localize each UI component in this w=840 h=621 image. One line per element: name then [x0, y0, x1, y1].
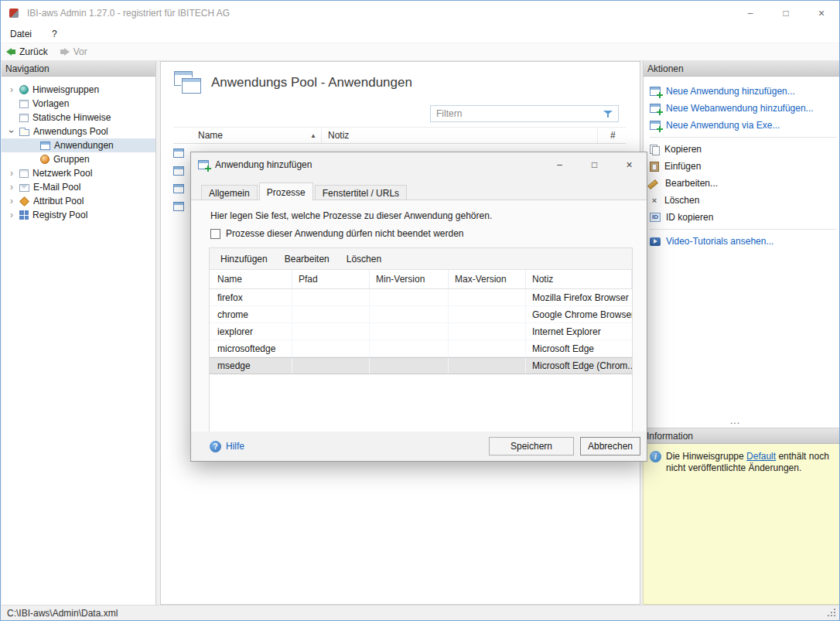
action-new-web-application[interactable]: Neue Webanwendung hinzufügen...	[644, 100, 839, 117]
dialog-close-button[interactable]: ×	[612, 152, 647, 176]
anwendungen-icon	[40, 142, 50, 150]
nav-item-gruppen[interactable]: Gruppen	[2, 152, 155, 166]
nav-item-attribut-pool[interactable]: › Attribut Pool	[2, 194, 155, 208]
action-label: Neue Anwendung hinzufügen...	[666, 86, 795, 97]
right-panel: Aktionen Neue Anwendung hinzufügen... Ne…	[643, 61, 840, 605]
action-einfuegen[interactable]: Einfügen	[644, 158, 839, 175]
app-window: IBI-aws Admin 1.27.0 - registriert für I…	[0, 0, 840, 621]
tab-fenstertitel-urls[interactable]: Fenstertitel / URLs	[315, 185, 407, 200]
chevron-down-icon[interactable]: ›	[8, 128, 15, 135]
add-process-button[interactable]: Hinzufügen	[213, 251, 275, 268]
chevron-right-icon[interactable]: ›	[8, 183, 15, 191]
column-header-name[interactable]: Name ▲	[198, 128, 322, 143]
actions-overflow[interactable]: ...	[730, 415, 740, 426]
filter-box	[430, 105, 619, 122]
chevron-right-icon[interactable]: ›	[8, 197, 15, 205]
process-column-min-version[interactable]: Min-Version	[370, 270, 449, 288]
page-title: Anwendungs Pool - Anwendungen	[211, 75, 412, 90]
nav-item-hinweisgruppen[interactable]: › Hinweisgruppen	[2, 83, 155, 97]
action-new-application-via-exe[interactable]: Neue Anwendung via Exe...	[644, 117, 839, 134]
action-video-tutorials[interactable]: Video-Tutorials ansehen...	[644, 233, 839, 250]
gruppen-icon	[40, 155, 50, 164]
dialog-maximize-button[interactable]: □	[577, 152, 612, 176]
action-new-application[interactable]: Neue Anwendung hinzufügen...	[644, 83, 839, 100]
nav-item-anwendungs-pool[interactable]: › Anwendungs Pool	[2, 125, 155, 138]
new-web-application-icon	[650, 104, 661, 113]
dialog-minimize-button[interactable]: –	[542, 152, 577, 176]
process-group: Hinzufügen Bearbeiten Löschen Name Pfad …	[209, 247, 633, 432]
actions-panel-header: Aktionen	[644, 61, 839, 77]
action-id-kopieren[interactable]: ID ID kopieren	[644, 209, 839, 226]
nav-item-vorlagen[interactable]: Vorlagen	[2, 97, 155, 111]
terminate-checkbox[interactable]	[210, 229, 220, 239]
chevron-right-icon[interactable]: ›	[8, 86, 15, 94]
tab-prozesse[interactable]: Prozesse	[259, 183, 313, 200]
process-row-msedge[interactable]: msedge Microsoft Edge (Chrom...	[210, 357, 632, 374]
terminate-checkbox-row[interactable]: Prozesse dieser Anwendung dürfen nicht b…	[209, 228, 633, 239]
process-row-microsoftedge[interactable]: microsoftedge Microsoft Edge	[210, 340, 632, 357]
action-loeschen[interactable]: × Löschen	[644, 192, 839, 209]
information-header-label: Information	[647, 431, 693, 442]
action-label: Bearbeiten...	[665, 178, 718, 189]
nav-item-label: Hinweisgruppen	[32, 84, 99, 95]
column-header-notiz[interactable]: Notiz	[322, 128, 598, 143]
edit-process-button[interactable]: Bearbeiten	[277, 251, 337, 268]
dialog-title-bar[interactable]: Anwendung hinzufügen – □ ×	[191, 152, 647, 176]
action-label: Löschen	[664, 195, 699, 206]
column-label: Name	[198, 130, 223, 141]
save-button[interactable]: Speichern	[489, 437, 574, 456]
minimize-button[interactable]: –	[732, 1, 768, 25]
filter-funnel-icon[interactable]	[603, 110, 613, 118]
application-row-icon[interactable]	[173, 202, 184, 211]
delete-process-button[interactable]: Löschen	[339, 251, 389, 268]
column-header-count[interactable]: #	[598, 128, 626, 143]
nav-item-email-pool[interactable]: › E-Mail Pool	[2, 180, 155, 194]
info-icon: i	[650, 451, 661, 462]
help-link[interactable]: ? Hilfe	[210, 441, 244, 452]
nav-item-anwendungen[interactable]: Anwendungen	[2, 138, 155, 152]
nav-item-registry-pool[interactable]: › Registry Pool	[2, 208, 155, 222]
chevron-right-icon[interactable]: ›	[8, 169, 15, 177]
dialog-title: Anwendung hinzufügen	[215, 159, 312, 170]
menu-help[interactable]: ?	[52, 29, 57, 39]
process-cell-notiz: Microsoft Edge	[526, 340, 632, 357]
action-kopieren[interactable]: Kopieren	[644, 141, 839, 158]
anwendungs-pool-icon	[19, 129, 29, 136]
process-row-firefox[interactable]: firefox Mozilla Firefox Browser	[210, 289, 632, 306]
process-column-name[interactable]: Name	[210, 270, 292, 288]
pencil-icon	[650, 179, 660, 189]
tab-allgemein[interactable]: Allgemein	[201, 185, 258, 200]
actions-divider	[650, 229, 837, 230]
forward-button[interactable]: Vor	[60, 46, 87, 57]
filter-input[interactable]	[436, 108, 603, 119]
process-row-iexplorer[interactable]: iexplorer Internet Explorer	[210, 323, 632, 340]
information-panel-header: Information	[643, 428, 840, 444]
information-text-before: Die Hinweisgruppe	[666, 451, 746, 462]
cancel-button[interactable]: Abbrechen	[580, 437, 640, 456]
process-cell-max	[449, 340, 526, 357]
nav-item-statische-hinweise[interactable]: Statische Hinweise	[2, 111, 155, 125]
nav-item-netzwerk-pool[interactable]: › Netzwerk Pool	[2, 166, 155, 180]
process-column-pfad[interactable]: Pfad	[292, 270, 370, 288]
close-button[interactable]: ×	[804, 1, 839, 25]
resize-grip-icon[interactable]	[834, 615, 835, 616]
process-column-max-version[interactable]: Max-Version	[449, 270, 526, 288]
action-bearbeiten[interactable]: Bearbeiten...	[644, 175, 839, 192]
title-bar[interactable]: IBI-aws Admin 1.27.0 - registriert für I…	[1, 1, 839, 25]
application-row-icon[interactable]	[173, 166, 184, 176]
process-row-chrome[interactable]: chrome Google Chrome Browser	[210, 306, 632, 323]
default-group-link[interactable]: Default	[746, 451, 776, 462]
process-cell-pfad	[292, 358, 370, 374]
process-column-notiz[interactable]: Notiz	[526, 270, 632, 288]
menu-bar: Datei ?	[1, 25, 839, 43]
nav-item-label: Gruppen	[53, 154, 90, 165]
back-button[interactable]: Zurück	[6, 46, 48, 57]
delete-icon: ×	[650, 196, 659, 205]
chevron-right-icon[interactable]: ›	[8, 211, 15, 219]
application-row-icon[interactable]	[173, 148, 184, 158]
application-row-icon[interactable]	[173, 184, 184, 193]
menu-datei[interactable]: Datei	[10, 29, 32, 39]
dialog-footer-buttons: Speichern Abbrechen	[489, 437, 640, 456]
maximize-button[interactable]: □	[768, 1, 804, 25]
process-cell-notiz: Microsoft Edge (Chrom...	[526, 358, 632, 374]
